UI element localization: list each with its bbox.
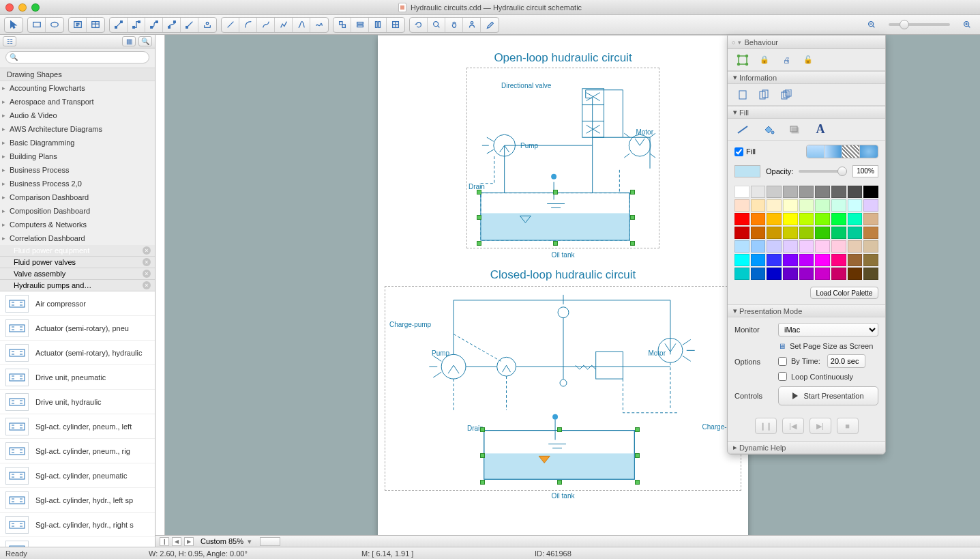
color-swatch[interactable] [815,227,830,239]
info-pages-icon[interactable] [756,87,773,102]
color-swatch[interactable] [799,227,814,239]
color-swatch[interactable] [815,254,830,266]
color-swatch[interactable] [848,213,863,225]
load-palette-button[interactable]: Load Color Palette [810,287,878,299]
color-swatch[interactable] [734,240,749,253]
ellipse-tool[interactable] [46,18,63,32]
shape-item[interactable]: Sgl-act. cylinder, hydraulic [0,537,155,547]
pan-tool[interactable] [445,18,463,32]
shape-item[interactable]: Sgl-act. cylinder, hydr., right s [0,513,155,537]
align-tool-2[interactable] [351,18,369,32]
category-item[interactable]: Basic Diagramming [0,136,155,149]
color-swatch[interactable] [799,213,814,225]
shape-item[interactable]: Drive unit, hydraulic [0,390,155,414]
close-library-icon[interactable]: × [143,246,151,255]
opacity-value[interactable]: 100% [852,165,878,177]
color-swatch[interactable] [799,268,814,280]
color-swatch[interactable] [863,254,878,266]
lock-icon[interactable]: 🔒 [756,53,773,68]
open-loop-diagram[interactable]: Directional valve Motor Pump Drain [466,68,659,248]
category-item[interactable]: Building Plans [0,149,155,163]
color-swatch[interactable] [815,240,830,253]
category-item[interactable]: Audio & Video [0,109,155,122]
rect-tool[interactable] [28,18,46,32]
color-swatch[interactable] [783,199,798,212]
color-swatch[interactable] [767,186,782,198]
color-swatch[interactable] [767,268,782,280]
color-swatch[interactable] [783,227,798,239]
fill-bucket-icon[interactable] [760,122,777,137]
shape-item[interactable]: Actuator (semi-rotary), pneu [0,316,155,341]
dynamic-help-header[interactable]: Dynamic Help [739,444,786,452]
shape-item[interactable]: Sgl-act. cylinder, pneumatic [0,463,155,488]
info-page-icon[interactable] [734,87,751,102]
color-swatch[interactable] [863,186,878,198]
fill-pattern[interactable] [842,145,860,158]
pause-button[interactable]: ❙❙ [755,418,777,434]
category-item[interactable]: Computers & Networks [0,218,155,231]
color-swatch[interactable] [767,240,782,253]
shape-item[interactable]: Drive unit, pneumatic [0,365,155,390]
color-swatch[interactable] [751,268,766,280]
shape-item[interactable]: Actuator (semi-rotary), hydraulic [0,341,155,365]
fill-checkbox[interactable]: Fill [734,147,756,156]
color-swatch[interactable] [848,240,863,253]
library-search-input[interactable] [5,51,149,63]
connector-tool-2[interactable] [128,18,145,32]
color-swatch[interactable] [767,199,782,212]
line-tool[interactable] [222,18,239,32]
color-swatch[interactable] [848,186,863,198]
align-tool-3[interactable] [369,18,387,32]
open-library-item[interactable]: Fluid power equipment× [0,245,155,257]
color-swatch[interactable] [831,268,846,280]
color-swatch[interactable] [734,199,749,212]
monitor-select[interactable]: iMac [778,323,878,336]
close-library-icon[interactable]: × [143,258,151,266]
fill-solid[interactable] [807,145,825,158]
color-swatch[interactable] [848,268,863,280]
fill-gradient[interactable] [825,145,842,158]
category-item[interactable]: Comparison Dashboard [0,190,155,204]
text-style-icon[interactable]: A [812,122,829,137]
color-swatch[interactable] [831,227,846,239]
stop-button[interactable]: ■ [837,418,859,434]
page-tab[interactable] [260,537,280,546]
color-swatch[interactable] [863,240,878,253]
color-swatch[interactable] [783,268,798,280]
print-icon[interactable]: 🖨 [778,53,795,68]
category-item[interactable]: AWS Architecture Diagrams [0,122,155,136]
color-swatch[interactable] [751,227,766,239]
line-style-icon[interactable] [734,122,751,137]
close-library-icon[interactable]: × [143,270,151,278]
color-swatch[interactable] [815,213,830,225]
library-search-button[interactable]: 🔍 [138,36,152,46]
color-swatch[interactable] [734,268,749,280]
color-swatch[interactable] [815,186,830,198]
arc-tool[interactable] [239,18,257,32]
color-swatch[interactable] [848,199,863,212]
connector-tool-4[interactable] [163,18,181,32]
color-swatch[interactable] [751,186,766,198]
color-swatch[interactable] [815,199,830,212]
color-swatch[interactable] [863,199,878,212]
category-item[interactable]: Accounting Flowcharts [0,81,155,95]
pointer-tool[interactable] [5,18,23,32]
color-swatch[interactable] [815,268,830,280]
color-swatch[interactable] [734,227,749,239]
color-swatch[interactable] [831,254,846,266]
freehand-tool[interactable] [310,18,328,32]
open-library-item[interactable]: Hydraulic pumps and…× [0,280,155,291]
current-fill-swatch[interactable] [734,165,760,177]
start-presentation-button[interactable]: Start Presentation [778,386,878,405]
align-tool-4[interactable] [387,18,404,32]
page-nav-next[interactable]: ▶ [184,537,194,546]
color-swatch[interactable] [799,254,814,266]
polyline-tool[interactable] [275,18,293,32]
open-library-item[interactable]: Fluid power valves× [0,257,155,268]
time-input[interactable] [827,354,865,368]
opt-by-time[interactable]: By Time: [778,354,878,368]
color-swatch[interactable] [767,227,782,239]
color-swatch[interactable] [734,186,749,198]
unlock-icon[interactable]: 🔓 [800,53,816,68]
color-swatch[interactable] [848,227,863,239]
